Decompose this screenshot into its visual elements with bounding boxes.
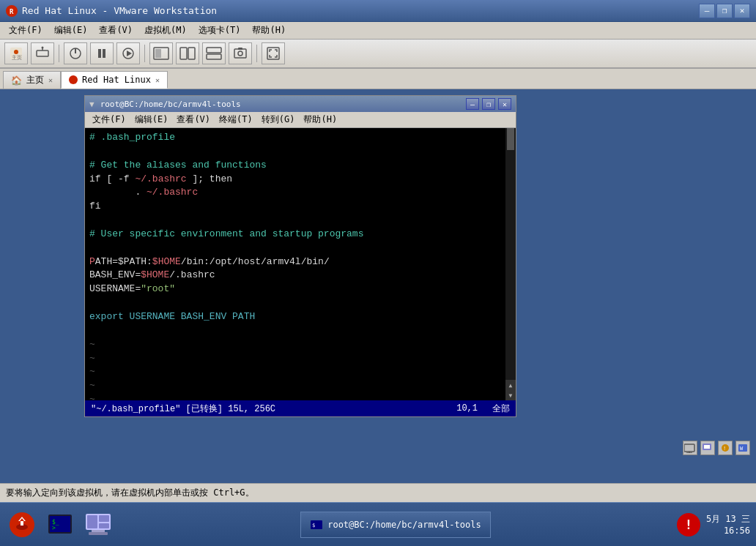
- svg-rect-16: [180, 48, 187, 59]
- svg-rect-37: [21, 521, 23, 526]
- svg-point-3: [14, 50, 18, 54]
- redhat-logo-btn[interactable]: [6, 509, 38, 541]
- svg-rect-15: [155, 49, 161, 58]
- terminal-restore-btn[interactable]: ❐: [482, 98, 495, 110]
- terminal-launch-btn[interactable]: $_ >: [44, 509, 76, 541]
- svg-text:>: >: [52, 525, 56, 531]
- tab-home-label: 主页: [26, 74, 44, 86]
- toolbar-view1-btn[interactable]: [149, 42, 173, 64]
- terminal-title-arrow: ▼: [89, 100, 94, 109]
- terminal-code-area[interactable]: # .bash_profile # Get the aliases and fu…: [85, 128, 505, 400]
- taskbar-window-button[interactable]: $ root@BC:/home/bc/armv4l-tools: [300, 512, 491, 538]
- svg-rect-10: [98, 49, 101, 58]
- tray-icon-2[interactable]: [700, 441, 715, 455]
- toolbar-view3-btn[interactable]: [202, 42, 226, 64]
- statusbar-view: 全部: [492, 403, 510, 415]
- tray-area: ! W: [683, 439, 750, 457]
- restore-button[interactable]: ❐: [716, 4, 733, 18]
- menubar: 文件(F) 编辑(E) 查看(V) 虚拟机(M) 选项卡(T) 帮助(H): [0, 22, 756, 40]
- svg-rect-47: [89, 532, 108, 535]
- toolbar-pause-btn[interactable]: [90, 42, 114, 64]
- terminal-statusbar: "~/.bash_profile" [已转换] 15L, 256C 10,1 全…: [85, 400, 516, 416]
- svg-rect-46: [92, 530, 105, 532]
- svg-rect-22: [238, 48, 242, 50]
- menu-file[interactable]: 文件(F): [3, 23, 48, 38]
- taskbar-window-label: root@BC:/home/bc/armv4l-tools: [327, 520, 481, 530]
- svg-point-21: [238, 51, 242, 56]
- svg-text:R: R: [10, 8, 14, 15]
- terminal-scrollbar[interactable]: ▲ ▼: [505, 128, 516, 400]
- tab-vm-label: Red Hat Linux: [82, 75, 151, 85]
- terminal-content[interactable]: # .bash_profile # Get the aliases and fu…: [85, 128, 516, 400]
- svg-marker-13: [127, 51, 132, 56]
- toolbar-snapshot-btn[interactable]: [229, 42, 252, 64]
- toolbar-power-btn[interactable]: [64, 42, 87, 64]
- tab-vm[interactable]: Red Hat Linux ✕: [61, 71, 168, 89]
- tab-vm-close[interactable]: ✕: [155, 76, 160, 84]
- svg-rect-11: [103, 49, 105, 58]
- titlebar: R Red Hat Linux - VMware Workstation — ❐…: [0, 0, 756, 22]
- scrollbar-thumb[interactable]: [507, 128, 514, 150]
- terminal-window[interactable]: ▼ root@BC:/home/bc/armv4l-tools — ❐ ✕ 文件…: [84, 95, 516, 417]
- toolbar: 主页: [0, 40, 756, 69]
- term-menu-edit[interactable]: 编辑(E): [130, 112, 173, 127]
- titlebar-controls: — ❐ ✕: [699, 4, 750, 18]
- terminal-minimize-btn[interactable]: —: [466, 98, 479, 110]
- toolbar-sep-2: [144, 45, 145, 62]
- clock-time: 16:56: [706, 526, 750, 536]
- term-menu-file[interactable]: 文件(F): [88, 112, 130, 127]
- term-menu-help[interactable]: 帮助(H): [299, 112, 341, 127]
- statusbar-file: "~/.bash_profile" [已转换] 15L, 256C: [91, 403, 456, 415]
- term-menu-terminal[interactable]: 终端(T): [215, 112, 257, 127]
- tray-icon-3[interactable]: !: [718, 441, 733, 455]
- scrollbar-arrow-up[interactable]: ▲: [505, 380, 516, 390]
- toolbar-resume-btn[interactable]: [116, 42, 140, 64]
- svg-point-7: [42, 47, 44, 49]
- terminal-titlebar: ▼ root@BC:/home/bc/armv4l-tools — ❐ ✕: [85, 96, 516, 112]
- svg-text:!: !: [723, 446, 726, 452]
- svg-text:$: $: [312, 523, 315, 528]
- home-icon: 🏠: [11, 75, 22, 86]
- tabbar: 🏠 主页 ✕ Red Hat Linux ✕: [0, 69, 756, 89]
- svg-rect-17: [188, 48, 195, 59]
- menu-tabs[interactable]: 选项卡(T): [193, 23, 247, 38]
- svg-rect-28: [704, 445, 710, 449]
- titlebar-title: Red Hat Linux - VMware Workstation: [22, 5, 699, 16]
- toolbar-home-btn[interactable]: 主页: [4, 42, 28, 64]
- statusbar-bottom: 要将输入定向到该虚拟机，请在虚拟机内部单击或按 Ctrl+G。 !: [0, 483, 756, 502]
- terminal-title-text: root@BC:/home/bc/armv4l-tools: [100, 100, 463, 109]
- status-message: 要将输入定向到该虚拟机，请在虚拟机内部单击或按 Ctrl+G。: [6, 487, 254, 499]
- main-area[interactable]: ▼ root@BC:/home/bc/armv4l-tools — ❐ ✕ 文件…: [0, 89, 756, 483]
- menu-edit[interactable]: 编辑(E): [48, 23, 94, 38]
- menu-help[interactable]: 帮助(H): [246, 23, 292, 38]
- minimize-button[interactable]: —: [699, 4, 715, 18]
- vm-icon-btn[interactable]: [82, 509, 114, 541]
- taskbar-right: ! 5月 13 三 16:56: [677, 513, 750, 536]
- svg-rect-43: [87, 515, 97, 528]
- term-menu-view[interactable]: 查看(V): [172, 112, 215, 127]
- alert-icon[interactable]: !: [677, 513, 700, 536]
- taskbar-left: $_ >: [6, 509, 114, 541]
- close-button[interactable]: ✕: [734, 4, 750, 18]
- toolbar-view2-btn[interactable]: [176, 42, 199, 64]
- menu-view[interactable]: 查看(V): [93, 23, 138, 38]
- tray-icon-4[interactable]: W: [735, 441, 750, 455]
- scrollbar-arrow-down[interactable]: ▼: [505, 390, 516, 400]
- tab-home[interactable]: 🏠 主页 ✕: [3, 71, 61, 89]
- terminal-close-btn[interactable]: ✕: [498, 98, 511, 110]
- toolbar-network-btn[interactable]: [31, 42, 54, 64]
- taskbar-clock: 5月 13 三 16:56: [706, 513, 750, 536]
- tray-icon-1[interactable]: [683, 441, 697, 455]
- svg-rect-19: [207, 54, 221, 59]
- svg-rect-24: [684, 444, 694, 452]
- toolbar-sep-1: [59, 45, 59, 62]
- terminal-menubar: 文件(F) 编辑(E) 查看(V) 终端(T) 转到(G) 帮助(H): [85, 112, 516, 128]
- svg-rect-45: [99, 523, 109, 528]
- tab-home-close[interactable]: ✕: [48, 76, 53, 84]
- toolbar-fullscreen-btn[interactable]: [262, 42, 285, 64]
- term-menu-goto[interactable]: 转到(G): [257, 112, 300, 127]
- vm-tab-icon: [69, 75, 78, 84]
- menu-vm[interactable]: 虚拟机(M): [138, 23, 193, 38]
- svg-rect-20: [234, 49, 246, 58]
- svg-rect-44: [99, 515, 109, 522]
